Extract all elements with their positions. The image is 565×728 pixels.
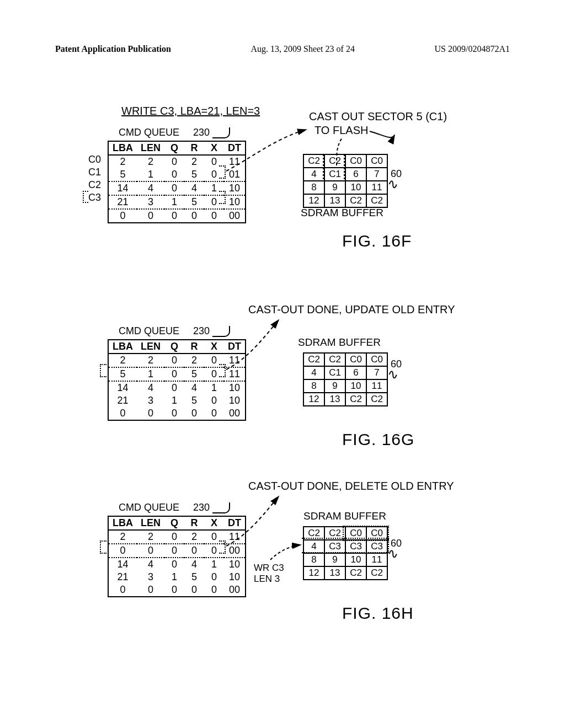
cell: 0: [109, 544, 137, 558]
sdram-label: SDRAM BUFFER: [301, 207, 383, 219]
tilde-icon: ∿: [386, 366, 400, 383]
cell: 0: [164, 168, 184, 181]
ref-230: 230: [193, 325, 230, 337]
cell: 0: [164, 558, 184, 571]
col-header: X: [204, 340, 224, 354]
cell: 0: [164, 155, 184, 168]
figure-label: FIG. 16G: [342, 430, 414, 449]
col-header: X: [204, 517, 224, 530]
cell: 0: [164, 354, 184, 367]
cmd-queue-table: LBA LEN Q R X DT 2202011 0000000 1440411…: [108, 516, 246, 597]
cell: 1: [137, 367, 164, 381]
dotted-marker: [219, 165, 226, 179]
cell: 10: [224, 571, 245, 584]
buf-cell: 7: [366, 167, 388, 181]
cmd-row-labels: C0 C1 C2 C3: [88, 153, 101, 204]
cell: 10: [224, 181, 245, 195]
op-title: WRITE C3, LBA=21, LEN=3: [121, 105, 260, 117]
cell: 14: [109, 181, 137, 195]
cell: 5: [184, 571, 204, 584]
wr-label-2: LEN 3: [254, 574, 280, 585]
cell: 21: [109, 394, 137, 407]
col-header: LEN: [137, 340, 164, 354]
buf-cell: 9: [324, 379, 346, 393]
sdram-label: SDRAM BUFFER: [298, 336, 381, 349]
buf-cell: 13: [324, 566, 346, 580]
buf-cell: C2: [303, 352, 325, 367]
cell: 3: [137, 571, 164, 584]
buf-cell: C0: [345, 154, 367, 168]
to-flash-caption: TO FLASH: [315, 124, 368, 137]
buf-cell: C2: [303, 154, 325, 168]
buf-cell: C1: [324, 167, 346, 181]
cell: 0: [164, 381, 184, 394]
figure-label: FIG. 16H: [342, 604, 414, 623]
cell: 0: [184, 544, 204, 558]
cell: 0: [164, 181, 184, 195]
cell: 0: [164, 209, 184, 222]
buf-cell: 11: [366, 553, 388, 567]
cell: 0: [164, 584, 184, 596]
castout-caption: CAST OUT SECTOR 5 (C1): [309, 110, 447, 123]
buf-cell: 11: [366, 379, 388, 393]
row-label: C3: [88, 191, 101, 204]
buf-cell: 7: [366, 366, 388, 380]
cell: 0: [137, 584, 164, 596]
cell: 5: [184, 394, 204, 407]
buf-cell: 6: [345, 167, 367, 181]
cell: 1: [164, 394, 184, 407]
sdram-label: SDRAM BUFFER: [303, 510, 386, 522]
buf-cell: C2: [345, 566, 367, 580]
cell: 00: [224, 407, 245, 420]
cell: 5: [184, 367, 204, 381]
wr-label-1: WR C3: [254, 563, 284, 574]
buf-cell: C2: [324, 352, 346, 367]
buf-cell: 4: [303, 167, 325, 181]
header-left: Patent Application Publication: [55, 44, 171, 54]
cell: 11: [224, 367, 245, 381]
dotted-marker: [302, 538, 389, 553]
doc-header: Patent Application Publication Aug. 13, …: [55, 44, 510, 54]
cell: 1: [137, 168, 164, 181]
hook-icon: [212, 326, 230, 337]
buf-cell: 13: [324, 392, 346, 406]
buf-cell: 12: [303, 392, 325, 406]
sdram-buffer-grid: C2 C2 C0 C0 4 C1 6 7 8 9 10 11 12 13 C2 …: [303, 353, 387, 406]
cell: 00: [224, 584, 245, 596]
ref-230-text: 230: [193, 502, 210, 513]
cell: 10: [224, 558, 245, 571]
buf-cell: 10: [345, 180, 367, 195]
cell: 0: [164, 544, 184, 558]
cell: 2: [109, 354, 137, 367]
col-header: Q: [164, 142, 184, 155]
ref-230-text: 230: [193, 127, 210, 138]
cell: 4: [137, 381, 164, 394]
header-right: US 2009/0204872A1: [435, 44, 510, 54]
buf-cell: 10: [345, 553, 367, 567]
buf-cell: 8: [303, 553, 325, 567]
buf-cell: C2: [366, 194, 388, 208]
cell: 11: [224, 155, 245, 168]
cmd-queue-label: CMD QUEUE: [119, 325, 179, 337]
header-mid: Aug. 13, 2009 Sheet 23 of 24: [250, 44, 354, 54]
cell: 1: [164, 195, 184, 209]
cell: 5: [109, 367, 137, 381]
sdram-buffer-grid: C2 C2 C0 C0 4 C1 6 7 8 9 10 11 12 13 C2 …: [303, 154, 387, 207]
cell: 4: [137, 181, 164, 195]
cell: 01: [224, 168, 245, 181]
tilde-icon: ∿: [386, 175, 400, 192]
buf-cell: 9: [324, 553, 346, 567]
cell: 0: [184, 584, 204, 596]
cell: 0: [184, 209, 204, 222]
buf-cell: 13: [324, 194, 346, 208]
buf-cell: C1: [324, 366, 346, 380]
cell: 0: [204, 571, 224, 584]
col-header: LEN: [137, 517, 164, 530]
cell: 0: [204, 209, 224, 222]
col-header: Q: [164, 517, 184, 530]
buf-cell: 4: [303, 366, 325, 380]
cell: 0: [109, 407, 137, 420]
buf-cell: C2: [366, 392, 388, 406]
cell: 10: [224, 394, 245, 407]
cell: 1: [164, 571, 184, 584]
